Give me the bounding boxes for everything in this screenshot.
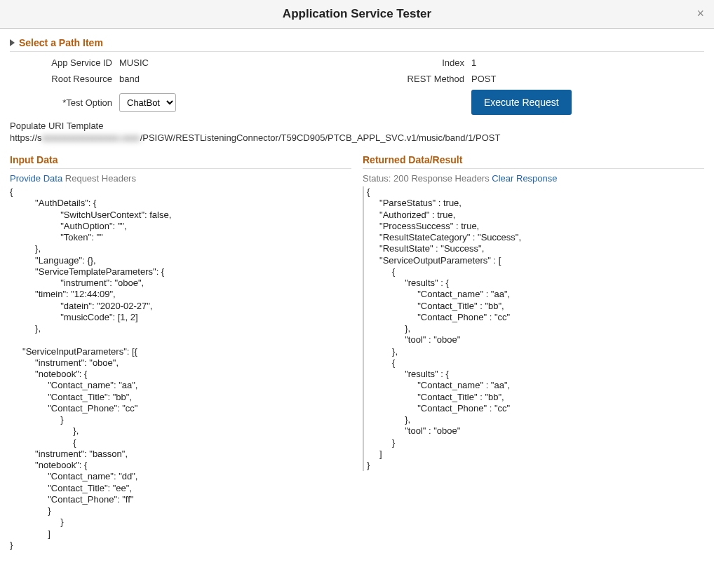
index-value: 1 xyxy=(471,57,476,68)
test-option-select[interactable]: ChatBot xyxy=(119,93,176,112)
input-data-title: Input Data xyxy=(10,154,351,169)
uri-blurred: xxxxxxxxxxxxxxxxx.xxxx xyxy=(42,132,140,143)
rest-method-label: REST Method xyxy=(346,74,471,84)
form-row-1: App Service ID MUSIC Index 1 xyxy=(10,57,704,68)
result-json-area[interactable]: { "ParseStatus" : true, "Authorized" : t… xyxy=(363,186,704,471)
app-service-id-label: App Service ID xyxy=(10,57,119,68)
rest-method-value: POST xyxy=(471,74,496,84)
select-path-item-label: Select a Path Item xyxy=(19,37,103,48)
uri-template-value: https://sxxxxxxxxxxxxxxxxx.xxxx/PSIGW/RE… xyxy=(10,132,704,143)
index-label: Index xyxy=(346,57,471,68)
app-service-id-value: MUSIC xyxy=(119,57,149,68)
input-panel: Input Data Provide Data Request Headers … xyxy=(10,154,351,551)
request-headers-link[interactable]: Request Headers xyxy=(65,173,136,184)
uri-suffix: /PSIGW/RESTListeningConnector/T59CD905/P… xyxy=(140,132,501,143)
input-links: Provide Data Request Headers xyxy=(10,173,351,184)
result-panel: Returned Data/Result Status: 200 Respons… xyxy=(363,154,704,551)
select-path-item-toggle[interactable]: Select a Path Item xyxy=(10,37,704,52)
input-json-area[interactable]: { "AuthDetails": { "SwitchUserContext": … xyxy=(10,186,351,551)
execute-request-button[interactable]: Execute Request xyxy=(471,90,572,115)
panels: Input Data Provide Data Request Headers … xyxy=(10,154,704,551)
provide-data-link[interactable]: Provide Data xyxy=(10,173,62,184)
uri-prefix: https://s xyxy=(10,132,42,143)
uri-section: Populate URI Template https://sxxxxxxxxx… xyxy=(10,121,704,143)
status-label: Status: 200 xyxy=(363,173,409,184)
form-row-2: Root Resource band REST Method POST xyxy=(10,74,704,84)
result-title: Returned Data/Result xyxy=(363,154,704,169)
page-title: Application Service Tester xyxy=(283,7,431,21)
app-header: Application Service Tester × xyxy=(0,0,714,29)
content-area: Select a Path Item App Service ID MUSIC … xyxy=(0,29,714,559)
chevron-right-icon xyxy=(10,39,15,46)
form-row-3: *Test Option ChatBot Execute Request xyxy=(10,90,704,115)
uri-template-label: Populate URI Template xyxy=(10,121,704,131)
test-option-label: *Test Option xyxy=(10,97,119,108)
root-resource-value: band xyxy=(119,74,140,84)
result-links: Status: 200 Response Headers Clear Respo… xyxy=(363,173,704,184)
clear-response-link[interactable]: Clear Response xyxy=(492,173,557,184)
response-headers-link[interactable]: Response Headers xyxy=(411,173,489,184)
close-icon[interactable]: × xyxy=(696,7,704,20)
root-resource-label: Root Resource xyxy=(10,74,119,84)
